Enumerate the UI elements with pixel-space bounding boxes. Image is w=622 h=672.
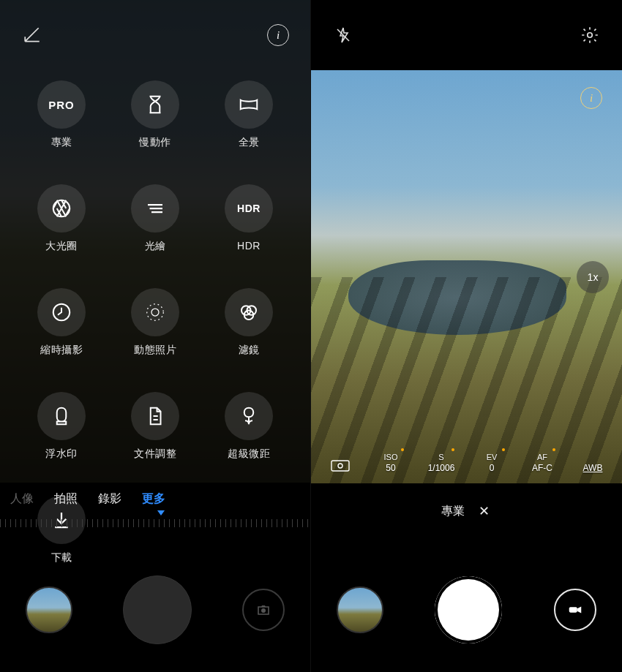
modified-dot-icon (502, 448, 505, 451)
mode-label: 縮時攝影 (40, 344, 83, 357)
tab-portrait[interactable]: 人像 (10, 491, 34, 507)
svg-point-2 (147, 304, 164, 321)
viewfinder[interactable] (311, 70, 622, 483)
viewfinder-info-icon[interactable]: i (577, 83, 606, 113)
top-bar (311, 0, 622, 70)
mode-pro[interactable]: PRO 專業 (15, 80, 108, 149)
mode-label: 專業 (51, 136, 72, 149)
tab-video[interactable]: 錄影 (98, 491, 121, 507)
gallery-thumbnail[interactable] (26, 586, 72, 633)
mode-document[interactable]: 文件調整 (108, 392, 202, 461)
shutter-button[interactable] (435, 576, 502, 643)
modified-dot-icon (451, 448, 454, 451)
settings-icon[interactable] (575, 20, 604, 50)
pro-icon: PRO (48, 99, 75, 111)
mode-tabs: 人像 拍照 錄影 更多 (0, 491, 310, 507)
mode-slowmo[interactable]: 慢動作 (108, 80, 202, 149)
modified-dot-icon (401, 448, 404, 451)
mode-motion[interactable]: 動態照片 (108, 288, 202, 357)
shutter-button[interactable] (123, 575, 192, 644)
mode-label: 濾鏡 (239, 344, 260, 357)
mode-hdr[interactable]: HDR HDR (202, 184, 296, 253)
mode-aperture[interactable]: 大光圈 (15, 184, 108, 253)
watermark-icon (37, 392, 86, 440)
bottom-bar (0, 548, 310, 672)
mode-label: 光繪 (145, 240, 166, 253)
svg-point-8 (588, 33, 593, 38)
mode-lightpaint[interactable]: 光繪 (108, 184, 202, 253)
metering-mode[interactable] (324, 458, 356, 473)
gallery-thumbnail[interactable] (337, 586, 383, 633)
close-mode-icon[interactable]: ✕ (476, 503, 492, 519)
pro-controls: ISO 50 S 1/1006 EV 0 AF AF-C (311, 453, 622, 477)
pro-shutter[interactable]: S 1/1006 (425, 453, 457, 473)
motion-icon (131, 288, 179, 336)
mode-label: 超級微距 (228, 448, 270, 461)
svg-point-3 (151, 309, 159, 316)
modified-dot-icon (552, 448, 555, 451)
switch-camera-button[interactable] (242, 589, 285, 631)
mode-label: 慢動作 (139, 136, 171, 149)
document-icon (131, 392, 179, 440)
current-mode-label: 專業 (441, 504, 465, 519)
bottom-bar (311, 548, 622, 672)
svg-rect-9 (331, 461, 349, 471)
mode-panorama[interactable]: 全景 (202, 80, 296, 149)
info-icon[interactable]: i (263, 20, 293, 50)
mode-filter[interactable]: 濾鏡 (202, 288, 296, 357)
info-glyph: i (277, 29, 280, 42)
mode-label: 動態照片 (134, 344, 176, 357)
light-icon (131, 184, 179, 233)
zoom-badge[interactable]: 1x (577, 261, 609, 293)
aperture-icon (37, 184, 86, 233)
mode-macro[interactable]: 超級微距 (202, 392, 296, 461)
mode-label: 浮水印 (45, 448, 78, 461)
hdr-icon: HDR (237, 203, 261, 214)
tab-more[interactable]: 更多 (142, 491, 165, 507)
mode-label: 全景 (239, 136, 260, 149)
top-bar: i (0, 0, 310, 70)
filter-icon (225, 288, 273, 336)
mode-label: 文件調整 (134, 448, 176, 461)
timelapse-icon (37, 288, 86, 336)
hourglass-icon (131, 80, 179, 129)
video-mode-button[interactable] (554, 589, 596, 631)
pro-iso[interactable]: ISO 50 (375, 453, 407, 473)
tab-ruler[interactable] (0, 513, 310, 531)
mode-timelapse[interactable]: 縮時攝影 (15, 288, 108, 357)
svg-point-10 (338, 464, 342, 468)
current-mode-line: 專業 ✕ (311, 503, 622, 519)
panorama-icon (225, 80, 273, 129)
flash-off-icon[interactable] (329, 20, 358, 50)
macro-icon (225, 392, 273, 440)
pro-ev[interactable]: EV 0 (476, 453, 508, 473)
tab-photo[interactable]: 拍照 (54, 491, 78, 507)
ruler-indicator-icon (157, 510, 165, 516)
mode-label: HDR (237, 240, 261, 252)
edit-icon[interactable] (18, 20, 47, 50)
mode-watermark[interactable]: 浮水印 (15, 392, 108, 461)
mode-label: 大光圈 (45, 240, 78, 253)
pro-awb[interactable]: AWB (577, 463, 609, 473)
svg-rect-11 (569, 607, 577, 612)
pro-af[interactable]: AF AF-C (526, 453, 558, 473)
svg-point-7 (261, 608, 266, 613)
